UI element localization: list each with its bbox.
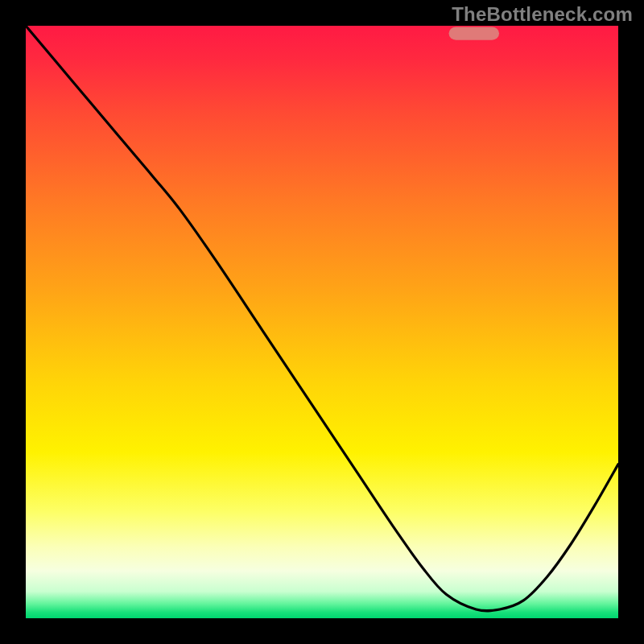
watermark-text: TheBottleneck.com (452, 3, 633, 26)
gradient-background (26, 26, 618, 618)
optimal-marker (449, 27, 500, 39)
chart-frame: TheBottleneck.com (0, 0, 644, 644)
bottleneck-chart (0, 0, 644, 644)
